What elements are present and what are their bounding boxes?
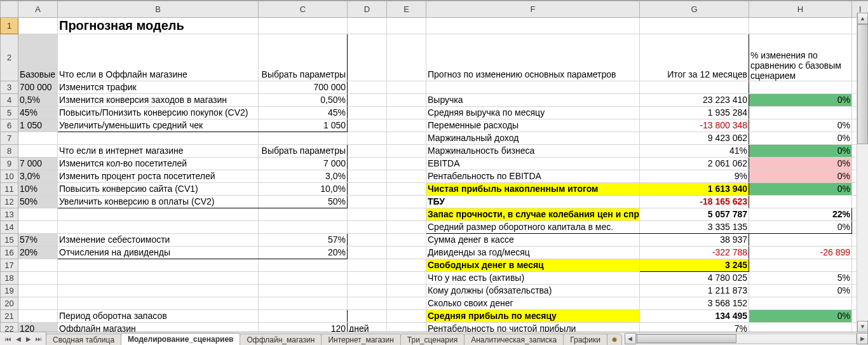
cell-F21[interactable]: Средняя прибыль по месяцу — [426, 310, 640, 323]
cell-H18[interactable]: 5% — [749, 272, 852, 285]
row-header-20[interactable]: 20 — [1, 297, 18, 310]
cell-G3[interactable] — [640, 81, 749, 94]
cell-B13[interactable] — [58, 208, 259, 221]
cell-C19[interactable] — [259, 285, 348, 297]
cell-G5[interactable]: 1 935 284 — [640, 107, 749, 119]
cell-G16[interactable]: -322 788 — [640, 247, 749, 259]
col-header-E[interactable]: E — [387, 1, 426, 18]
cell-H11[interactable]: 0% — [749, 183, 852, 196]
cell-D1[interactable] — [348, 18, 387, 34]
cell-B5[interactable]: Повысить/Понизить конверсию покупок (CV2… — [58, 107, 259, 119]
cell-E10[interactable] — [387, 170, 426, 183]
cell-G18[interactable]: 4 780 025 — [640, 272, 749, 285]
cell-C11[interactable]: 10,0% — [259, 183, 348, 196]
cell-B8[interactable]: Что если в интернет магазине — [58, 145, 259, 158]
cell-H16[interactable]: -26 899 — [749, 247, 852, 259]
row-header-3[interactable]: 3 — [1, 81, 18, 94]
cell-G2[interactable]: Итог за 12 месяцев — [640, 34, 749, 81]
cell-F2[interactable]: Прогноз по изменению основных параметров — [426, 34, 640, 81]
cell-G7[interactable]: 9 423 062 — [640, 132, 749, 145]
row-header-9[interactable]: 9 — [1, 158, 18, 170]
cell-D21[interactable] — [348, 310, 387, 323]
cell-F9[interactable]: EBITDA — [426, 158, 640, 170]
cell-D7[interactable] — [348, 132, 387, 145]
cell-B21[interactable]: Период оборотна запасов — [58, 310, 259, 323]
row-header-21[interactable]: 21 — [1, 310, 18, 323]
cell-F18[interactable]: Что у нас есть (активы) — [426, 272, 640, 285]
row-header-13[interactable]: 13 — [1, 208, 18, 221]
row-header-14[interactable]: 14 — [1, 221, 18, 234]
col-header-C[interactable]: C — [259, 1, 348, 18]
cell-C4[interactable]: 0,50% — [259, 94, 348, 107]
cell-E9[interactable] — [387, 158, 426, 170]
cell-F14[interactable]: Средний размер оборотного капитала в мес… — [426, 221, 640, 234]
cell-A21[interactable] — [18, 310, 58, 323]
cell-E22[interactable] — [387, 323, 426, 333]
cell-B11[interactable]: Повысить конверсию сайта (CV1) — [58, 183, 259, 196]
cell-C13[interactable] — [259, 208, 348, 221]
cell-G9[interactable]: 2 061 062 — [640, 158, 749, 170]
cell-D16[interactable] — [348, 247, 387, 259]
cell-C21[interactable] — [259, 310, 348, 323]
cell-B12[interactable]: Увеличить конверсию в оплаты (CV2) — [58, 196, 259, 208]
row-header-2[interactable]: 2 — [1, 34, 18, 81]
col-header-B[interactable]: B — [58, 1, 259, 18]
cell-H13[interactable]: 22% — [749, 208, 852, 221]
cell-B4[interactable]: Изменится конверсия заходов в магазин — [58, 94, 259, 107]
cell-G19[interactable]: 1 211 873 — [640, 285, 749, 297]
row-header-12[interactable]: 12 — [1, 196, 18, 208]
scroll-right-button[interactable]: ▶ — [857, 333, 868, 344]
cell-E3[interactable] — [387, 81, 426, 94]
vertical-scrollbar[interactable]: ▲ ▼ — [857, 13, 868, 332]
cell-D9[interactable] — [348, 158, 387, 170]
cell-D11[interactable] — [348, 183, 387, 196]
cell-B16[interactable]: Отчисления на дивиденды — [58, 247, 259, 259]
new-sheet-icon[interactable]: ✸ — [607, 334, 622, 345]
cell-C14[interactable] — [259, 221, 348, 234]
cell-E8[interactable] — [387, 145, 426, 158]
vscroll-thumb[interactable] — [857, 24, 868, 144]
cell-A16[interactable]: 20% — [18, 247, 58, 259]
cell-E16[interactable] — [387, 247, 426, 259]
cell-F6[interactable]: Переменные расходы — [426, 119, 640, 132]
cell-B1-title[interactable]: Прогнозная модель — [58, 18, 259, 34]
sheet-nav-last-icon[interactable]: ⏭ — [34, 334, 43, 343]
cell-B22[interactable]: Оффлайн магазин — [58, 323, 259, 333]
cell-H14[interactable]: 0% — [749, 221, 852, 234]
cell-D4[interactable] — [348, 94, 387, 107]
cell-A22[interactable]: 120 — [18, 323, 58, 333]
cell-G17[interactable]: 3 245 — [640, 259, 749, 272]
cell-C12[interactable]: 50% — [259, 196, 348, 208]
cell-C20[interactable] — [259, 297, 348, 310]
cell-G20[interactable]: 3 568 152 — [640, 297, 749, 310]
cell-H3[interactable] — [749, 81, 852, 94]
sheet-tab-3[interactable]: Интернет_магазин — [321, 334, 400, 345]
cell-E5[interactable] — [387, 107, 426, 119]
cell-C8[interactable]: Выбрать параметры — [259, 145, 348, 158]
cell-F1[interactable] — [426, 18, 640, 34]
row-header-1[interactable]: 1 — [1, 18, 18, 34]
cell-C5[interactable]: 45% — [259, 107, 348, 119]
col-header-F[interactable]: F — [426, 1, 640, 18]
cell-G12[interactable]: -18 165 623 — [640, 196, 749, 208]
cell-B17[interactable] — [58, 259, 259, 272]
cell-G10[interactable]: 9% — [640, 170, 749, 183]
cell-H5[interactable] — [749, 107, 852, 119]
scroll-left-button[interactable]: ◀ — [625, 333, 636, 344]
cell-E18[interactable] — [387, 272, 426, 285]
cell-B20[interactable] — [58, 297, 259, 310]
cell-A20[interactable] — [18, 297, 58, 310]
cell-E11[interactable] — [387, 183, 426, 196]
select-all-corner[interactable] — [1, 1, 18, 18]
cell-C3[interactable]: 700 000 — [259, 81, 348, 94]
cell-F22[interactable]: Рентабельность по чистой прибыли — [426, 323, 640, 333]
cell-A5[interactable]: 45% — [18, 107, 58, 119]
cell-B18[interactable] — [58, 272, 259, 285]
cell-G13[interactable]: 5 057 787 — [640, 208, 749, 221]
cell-H6[interactable]: 0% — [749, 119, 852, 132]
sheet-nav-first-icon[interactable]: ⏮ — [4, 334, 13, 343]
col-header-D[interactable]: D — [348, 1, 387, 18]
sheet-nav-next-icon[interactable]: ▶ — [24, 334, 33, 343]
cell-H22[interactable] — [749, 323, 852, 333]
cell-C1[interactable] — [259, 18, 348, 34]
